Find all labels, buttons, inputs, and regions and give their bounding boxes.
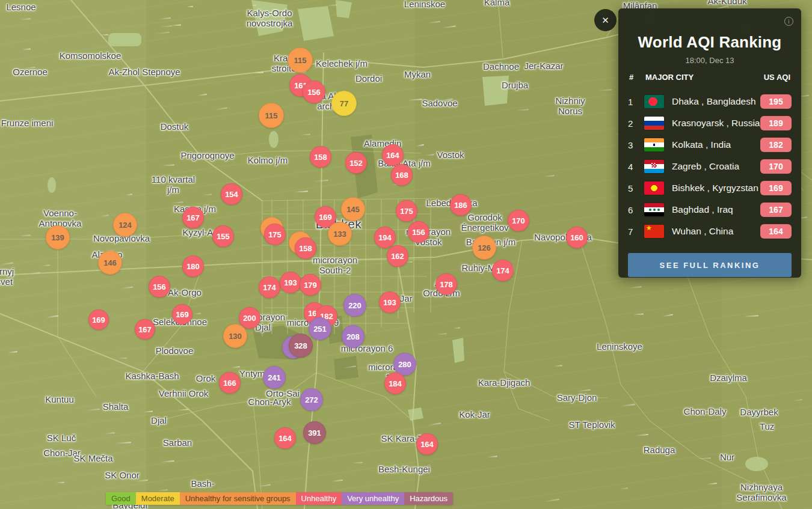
map-place-label: Sarban	[163, 438, 192, 448]
map-place-label: Prigorognoye	[180, 151, 234, 161]
aqi-marker[interactable]: 179	[300, 274, 321, 296]
map-place-label: Drujba	[502, 81, 528, 91]
aqi-marker[interactable]: 166	[219, 372, 241, 394]
aqi-marker[interactable]: 208	[342, 325, 364, 348]
aqi-marker[interactable]: 167	[182, 207, 204, 228]
aqi-marker[interactable]: 175	[396, 200, 417, 222]
aqi-badge: 195	[760, 94, 792, 109]
aqi-marker[interactable]: 220	[343, 294, 366, 317]
aqi-marker[interactable]: 194	[374, 227, 396, 248]
ranking-row[interactable]: 5Bishkek , Kyrgyzstan169	[628, 177, 792, 199]
close-button[interactable]: ✕	[594, 9, 617, 31]
aqi-badge: 170	[760, 159, 792, 174]
map-place-label: Plodovoe	[156, 346, 194, 356]
ranking-row[interactable]: 1Dhaka , Bangladesh195	[628, 91, 792, 112]
aqi-marker[interactable]: 178	[435, 273, 457, 295]
aqi-marker[interactable]: 156	[149, 276, 170, 297]
aqi-marker[interactable]: 133	[328, 222, 352, 246]
aqi-marker[interactable]: 251	[309, 317, 331, 340]
flag-iraq	[644, 203, 664, 216]
map-place-label: Tuz	[760, 422, 774, 432]
aqi-marker[interactable]: 168	[391, 164, 413, 186]
map-place-label: Lesnoe	[6, 2, 35, 13]
aqi-marker[interactable]: 156	[303, 81, 325, 103]
legend-item-hazardous: Hazardous	[404, 492, 453, 505]
aqi-badge: 164	[760, 224, 792, 239]
map-place-label: Bash-	[191, 479, 214, 489]
aqi-marker[interactable]: 158	[310, 146, 331, 168]
column-rank: #	[629, 73, 633, 82]
map-place-label: Ak-Orgo	[168, 288, 201, 298]
aqi-badge: 169	[760, 181, 792, 195]
map-place-label: Mykan	[404, 70, 431, 80]
aqi-map[interactable]: LesnoeKalys-Ordo novostrojkaLeninskoeKal…	[0, 0, 812, 509]
aqi-marker[interactable]: 391	[303, 421, 326, 444]
flag-kyrgyzstan	[644, 181, 664, 195]
city-name: Dhaka , Bangladesh	[672, 96, 760, 107]
aqi-marker[interactable]: 139	[46, 225, 70, 249]
aqi-marker[interactable]: 164	[416, 433, 438, 455]
map-place-label: Raduga	[644, 445, 675, 456]
aqi-marker[interactable]: 155	[212, 225, 234, 247]
aqi-marker[interactable]: 164	[382, 144, 404, 166]
map-place-label: Kolmo j/m	[248, 156, 288, 166]
aqi-marker[interactable]: 115	[259, 103, 284, 128]
map-place-label: Kalys-Ordo novostrojka	[247, 8, 293, 29]
aqi-marker[interactable]: 162	[387, 245, 408, 267]
legend-item-moderate: Moderate	[136, 492, 180, 505]
aqi-marker[interactable]: 174	[259, 276, 280, 298]
map-place-label: Nizhnyaya Serafimovka	[736, 483, 786, 503]
aqi-marker[interactable]: 272	[300, 388, 323, 411]
aqi-marker[interactable]: 164	[274, 427, 296, 449]
aqi-marker[interactable]: 146	[98, 251, 122, 275]
aqi-marker[interactable]: 169	[88, 309, 109, 330]
rank-number: 3	[628, 140, 644, 150]
map-place-label: 110 kvartal j/m	[152, 175, 195, 195]
aqi-marker[interactable]: 241	[263, 366, 286, 389]
aqi-marker[interactable]: 169	[172, 304, 192, 325]
aqi-marker[interactable]: 193	[280, 272, 301, 293]
aqi-marker[interactable]: 170	[508, 210, 529, 231]
ranking-row[interactable]: 4Zagreb , Croatia170	[628, 156, 792, 177]
ranking-row[interactable]: 6Baghdad , Iraq167	[628, 199, 792, 221]
map-place-label: Kalma	[484, 0, 510, 7]
info-icon[interactable]: i	[784, 17, 793, 26]
ranking-row[interactable]: 2Krasnoyarsk , Russia189	[628, 112, 792, 134]
aqi-marker[interactable]: 167	[135, 319, 155, 340]
aqi-marker[interactable]: 126	[472, 236, 496, 260]
city-name: Kolkata , India	[672, 139, 760, 150]
aqi-marker[interactable]: 160	[566, 227, 588, 248]
legend-item-good: Good	[106, 492, 136, 505]
ranking-row[interactable]: 3Kolkata , India182	[628, 134, 792, 156]
map-place-label: Dostuk	[161, 122, 189, 132]
aqi-badge: 182	[760, 138, 792, 152]
map-place-label: Kok-Jar	[459, 410, 490, 420]
aqi-marker[interactable]: 180	[182, 255, 204, 277]
aqi-marker[interactable]: 152	[345, 152, 367, 174]
aqi-marker[interactable]: 193	[379, 291, 401, 313]
map-place-label: Ozernoe	[13, 67, 48, 78]
aqi-marker[interactable]: 77	[331, 91, 357, 116]
aqi-marker[interactable]: 328	[289, 334, 313, 358]
map-place-label: Sary-Djon	[557, 393, 597, 403]
see-full-ranking-button[interactable]: SEE FULL RANKING	[628, 253, 792, 277]
map-place-label: Nizhniy Norus	[555, 96, 585, 117]
aqi-marker[interactable]: 124	[113, 213, 137, 237]
aqi-marker[interactable]: 130	[223, 324, 247, 348]
map-place-label: Kuntuu	[45, 395, 74, 405]
aqi-marker[interactable]: 115	[288, 47, 313, 73]
aqi-marker[interactable]: 174	[492, 260, 514, 281]
aqi-marker[interactable]: 158	[295, 237, 316, 259]
aqi-marker[interactable]: 186	[450, 194, 472, 216]
map-place-label: Severnyj Rassvet	[0, 267, 14, 287]
aqi-marker[interactable]: 156	[408, 221, 429, 243]
panel-timestamp: 18:00, Dec 13	[618, 56, 801, 65]
ranking-row[interactable]: 7Wuhan , China164	[628, 221, 792, 242]
map-place-label: Chon-Daly	[684, 407, 727, 417]
map-place-label: Kelechek j/m	[316, 59, 368, 69]
map-place-label: Djal	[151, 416, 167, 426]
aqi-marker[interactable]: 184	[384, 373, 406, 394]
aqi-marker[interactable]: 145	[341, 197, 365, 221]
aqi-marker[interactable]: 175	[264, 224, 286, 245]
aqi-marker[interactable]: 154	[221, 183, 242, 205]
